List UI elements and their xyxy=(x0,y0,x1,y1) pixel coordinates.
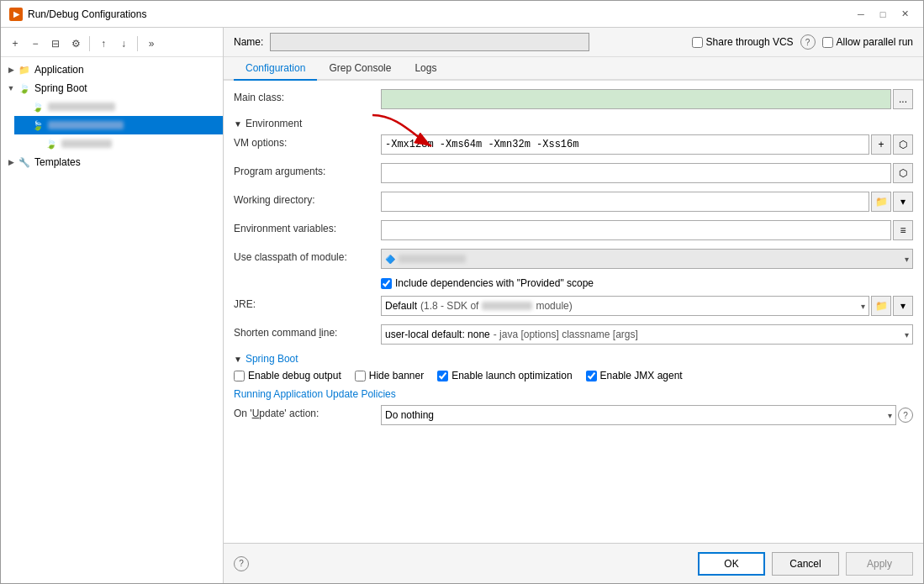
tab-logs[interactable]: Logs xyxy=(403,57,448,81)
env-vars-row: Environment variables: ≡ xyxy=(234,220,913,242)
add-config-button[interactable]: + xyxy=(6,34,24,53)
minimize-button[interactable]: ─ xyxy=(851,6,871,23)
move-up-button[interactable]: ↑ xyxy=(94,34,113,53)
sidebar-item-application[interactable]: ▶ 📁 Application xyxy=(1,61,223,79)
share-vcs-checkbox-label[interactable]: Share through VCS xyxy=(692,36,794,48)
title-controls: ─ □ ✕ xyxy=(851,6,915,23)
sidebar-item-springboot-label: Spring Boot xyxy=(34,82,87,94)
program-args-input[interactable] xyxy=(381,163,891,183)
config-area: Main class: ... ▼ Environment VM options… xyxy=(224,81,923,543)
program-args-label: Program arguments: xyxy=(234,163,381,177)
main-class-control-wrapper: ... xyxy=(381,89,913,109)
enable-debug-label: Enable debug output xyxy=(248,370,341,381)
enable-jmx-checkbox-label[interactable]: Enable JMX agent xyxy=(586,370,683,381)
maximize-button[interactable]: □ xyxy=(873,6,893,23)
share-vcs-checkbox[interactable] xyxy=(692,37,703,48)
sidebar: + − ⊟ ⚙ ↑ ↓ » ▶ 📁 Application ▼ 🍃 Spring… xyxy=(1,28,224,583)
dialog-help-button[interactable]: ? xyxy=(234,556,249,571)
on-update-label: On 'Update' action: xyxy=(234,405,381,419)
move-down-button[interactable]: ↓ xyxy=(114,34,133,53)
jre-more-button[interactable]: ▾ xyxy=(893,296,913,316)
top-right-options: Share through VCS ? Allow parallel run xyxy=(692,34,913,50)
sidebar-item-child-1[interactable]: 🍃 xyxy=(14,97,223,116)
allow-parallel-checkbox-label[interactable]: Allow parallel run xyxy=(822,36,913,48)
program-args-expand-button[interactable]: ⬡ xyxy=(893,163,913,183)
enable-launch-checkbox-label[interactable]: Enable launch optimization xyxy=(437,370,572,381)
shorten-cmd-label: Shorten command line: xyxy=(234,324,381,339)
enable-debug-checkbox[interactable] xyxy=(234,371,245,381)
config-icon-2: 🍃 xyxy=(31,118,45,132)
toolbar-separator xyxy=(89,36,90,51)
sidebar-item-child-2-selected[interactable]: 🍃 xyxy=(14,116,223,134)
env-vars-input[interactable] xyxy=(381,220,891,240)
sidebar-item-springboot[interactable]: ▼ 🍃 Spring Boot xyxy=(1,79,223,97)
main-class-browse-button[interactable]: ... xyxy=(893,89,913,109)
leaf-icon-3 xyxy=(33,139,43,149)
application-folder-icon: 📁 xyxy=(18,63,31,76)
jre-label: JRE: xyxy=(234,296,381,310)
env-vars-browse-button[interactable]: ≡ xyxy=(893,220,913,240)
classpath-wrapper: 🔷 ▾ xyxy=(381,249,913,269)
sidebar-item-templates[interactable]: ▶ 🔧 Templates xyxy=(1,153,223,171)
vm-options-expand-button[interactable]: ⬡ xyxy=(893,134,913,155)
enable-launch-label: Enable launch optimization xyxy=(451,370,572,381)
more-button[interactable]: » xyxy=(142,34,161,53)
tabs-bar: Configuration Grep Console Logs xyxy=(224,57,923,81)
environment-section-header[interactable]: ▼ Environment xyxy=(234,118,913,129)
classpath-dropdown-arrow: ▾ xyxy=(905,255,909,264)
ok-button[interactable]: OK xyxy=(698,552,765,576)
close-button[interactable]: ✕ xyxy=(895,6,915,23)
window-title: Run/Debug Configurations xyxy=(28,8,851,20)
on-update-dropdown-arrow: ▾ xyxy=(888,411,892,420)
run-debug-configurations-dialog: ▶ Run/Debug Configurations ─ □ ✕ + − ⊟ ⚙… xyxy=(0,0,924,584)
tab-configuration[interactable]: Configuration xyxy=(234,57,317,81)
enable-debug-checkbox-label[interactable]: Enable debug output xyxy=(234,370,341,381)
on-update-help-button[interactable]: ? xyxy=(898,408,913,423)
enable-launch-checkbox[interactable] xyxy=(437,371,448,381)
remove-config-button[interactable]: − xyxy=(26,34,45,53)
bottom-right: OK Cancel Apply xyxy=(698,552,913,576)
copy-config-button[interactable]: ⊟ xyxy=(46,34,65,53)
share-help-button[interactable]: ? xyxy=(800,34,816,50)
tab-grep-console[interactable]: Grep Console xyxy=(317,57,403,81)
include-deps-checkbox[interactable] xyxy=(381,278,392,289)
templates-icon: 🔧 xyxy=(18,155,31,169)
jre-browse-button[interactable]: 📁 xyxy=(871,296,891,316)
cancel-button[interactable]: Cancel xyxy=(772,552,839,576)
apply-button[interactable]: Apply xyxy=(846,552,913,576)
jre-dropdown-arrow: ▾ xyxy=(861,302,865,311)
environment-label: Environment xyxy=(246,118,302,129)
on-update-dropdown[interactable]: Do nothing ▾ xyxy=(381,405,896,425)
main-class-label: Main class: xyxy=(234,89,381,103)
vm-options-add-button[interactable]: + xyxy=(871,134,891,155)
program-args-row: Program arguments: ⬡ xyxy=(234,163,913,185)
shorten-cmd-dropdown[interactable]: user-local default: none - java [options… xyxy=(381,324,913,345)
spring-boot-section-header[interactable]: ▼ Spring Boot xyxy=(234,353,913,365)
vm-options-input[interactable] xyxy=(381,134,869,155)
vm-options-label: VM options: xyxy=(234,134,381,149)
hide-banner-checkbox[interactable] xyxy=(355,371,366,381)
jre-row: JRE: Default (1.8 - SDK of module) ▾ 📁 ▾ xyxy=(234,296,913,318)
hide-banner-checkbox-label[interactable]: Hide banner xyxy=(355,370,424,381)
working-dir-dropdown-button[interactable]: ▾ xyxy=(893,192,913,212)
classpath-label: Use classpath of module: xyxy=(234,249,381,263)
env-vars-wrapper: ≡ xyxy=(381,220,913,240)
jre-detail2: module) xyxy=(536,300,572,312)
main-class-blurred xyxy=(381,89,891,109)
include-deps-row: Include dependencies with "Provided" sco… xyxy=(381,277,913,289)
sidebar-item-child-3[interactable]: 🍃 xyxy=(28,134,223,153)
right-panel: Name: Share through VCS ? Allow parallel… xyxy=(224,28,923,583)
name-input[interactable] xyxy=(270,33,589,51)
jre-dropdown[interactable]: Default (1.8 - SDK of module) ▾ xyxy=(381,296,869,316)
vm-options-row: VM options: + ⬡ xyxy=(234,134,913,156)
classpath-dropdown[interactable]: 🔷 ▾ xyxy=(381,249,913,269)
enable-jmx-checkbox[interactable] xyxy=(586,371,597,381)
settings-config-button[interactable]: ⚙ xyxy=(66,34,85,53)
shorten-cmd-detail: - java [options] classname [args] xyxy=(494,329,638,340)
on-update-row: On 'Update' action: Do nothing ▾ ? xyxy=(234,405,913,427)
working-dir-browse-button[interactable]: 📁 xyxy=(871,192,891,212)
hide-banner-label: Hide banner xyxy=(369,370,424,381)
allow-parallel-checkbox[interactable] xyxy=(822,37,833,48)
working-dir-input[interactable] xyxy=(381,192,869,212)
module-icon: 🔷 xyxy=(385,255,395,264)
